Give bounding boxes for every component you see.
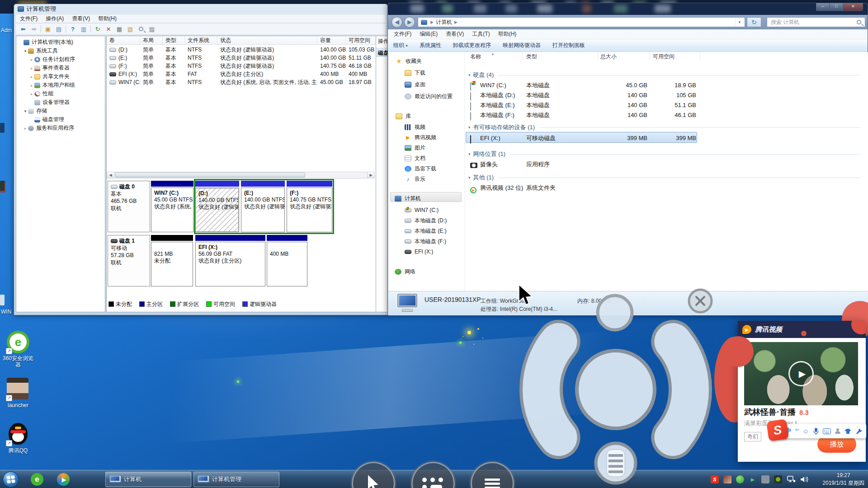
cm-titlebar[interactable]: 计算机管理 <box>14 4 387 14</box>
play-overlay-icon[interactable]: ▶ <box>788 361 814 386</box>
cmd-organize[interactable]: 组织 ▾ <box>393 42 408 49</box>
menu-file[interactable]: 文件(F) <box>390 30 415 38</box>
cm-menu-view[interactable]: 查看(V) <box>68 14 94 23</box>
file-row-local-f[interactable]: 本地磁盘 (F:)本地磁盘 140 GB46.1 GB <box>465 111 868 120</box>
microphone-icon[interactable] <box>813 427 819 435</box>
sidebar-downloads[interactable]: 下载 <box>405 68 425 77</box>
cmd-uninstall-program[interactable]: 卸载或更改程序 <box>453 42 491 49</box>
sidebar-favorites[interactable]: ★收藏夹 <box>396 56 422 66</box>
tencent-video-tray-icon[interactable]: ▶ <box>749 475 757 483</box>
sidebar-network[interactable]: 网络 <box>395 267 415 276</box>
skin-shirt-icon[interactable] <box>844 428 851 434</box>
col-volume[interactable]: 卷 <box>107 36 140 45</box>
partition-f[interactable]: (F:)140.75 GB NTFS状态良好 (逻辑驱动 <box>287 181 332 232</box>
cmd-system-properties[interactable]: 系统属性 <box>420 42 441 49</box>
open-icon[interactable]: ▧ <box>125 24 135 33</box>
col-filesystem[interactable]: 文件系统 <box>185 36 217 45</box>
volume-tray-icon[interactable] <box>800 476 808 483</box>
tree-item-local-users[interactable]: ▸ 本地用户和组 <box>16 81 105 89</box>
maximize-button[interactable]: □ <box>830 3 843 11</box>
views-icon[interactable]: ▨ <box>147 24 157 33</box>
sidebar-recent-places[interactable]: 最近访问的位置 <box>405 92 453 101</box>
breadcrumb-computer[interactable]: 计算机 <box>436 19 452 26</box>
tree-item-services-applications[interactable]: ▸ 服务和应用程序 <box>16 124 105 132</box>
usb-safely-remove-icon[interactable]: ✓ <box>761 475 769 483</box>
menu-view[interactable]: 查看(V) <box>442 30 468 38</box>
sogou-logo-icon[interactable]: S <box>766 419 789 441</box>
partition-e[interactable]: (E:)140.00 GB NTFS状态良好 (逻辑驱动 <box>241 181 285 232</box>
video-thumbnail[interactable]: ▶ <box>744 342 858 405</box>
menu-help[interactable]: 帮助(H) <box>494 30 521 38</box>
sidebar-local-disk-e[interactable]: 本地磁盘 (E:) <box>405 226 447 235</box>
search-input[interactable]: 搜索 计算机 <box>767 17 865 27</box>
photo-tray-icon[interactable] <box>723 475 731 483</box>
taskbar-360-browser[interactable]: e <box>30 472 44 487</box>
group-network-location[interactable]: ▾网络位置 (1) <box>468 150 861 158</box>
console-tree-icon[interactable]: ▤ <box>54 24 64 33</box>
file-row-tencent-video[interactable]: ▶ 腾讯视频 (32 位)系统文件夹 <box>465 183 868 192</box>
desktop-icon-launcher[interactable]: ↗ launcher <box>2 378 34 408</box>
cmd-open-control-panel[interactable]: 打开控制面板 <box>552 42 585 49</box>
taskbar-clock[interactable]: 19:27 2019/1/31 星期四 <box>822 472 864 487</box>
cm-menu-action[interactable]: 操作(A) <box>42 14 68 23</box>
file-row-camera[interactable]: 摄像头应用程序 <box>465 160 868 169</box>
forward-icon[interactable]: ➡ <box>29 24 39 33</box>
tree-item-task-scheduler[interactable]: ▸ 任务计划程序 <box>16 55 105 64</box>
file-row-efi-x-selected[interactable]: EFI (X:)可移动磁盘 399 MB399 MB <box>465 134 868 143</box>
volume-list-hscrollbar[interactable]: ◀ ▶ <box>107 172 375 178</box>
refresh-icon[interactable]: ↻ <box>93 24 103 33</box>
actions-disk-management[interactable]: 磁盘管理 <box>376 48 389 57</box>
scroll-right-icon[interactable]: ▶ <box>367 172 374 178</box>
sidebar-thunder-downloads[interactable]: 迅雷下载 <box>405 164 436 173</box>
keyboard-icon[interactable] <box>823 428 831 434</box>
taskbar-button-computer-management[interactable]: 计算机管理 <box>193 472 279 487</box>
partition-400mb[interactable]: 400 MB <box>267 235 307 286</box>
tree-item-storage[interactable]: ▾ 存储 <box>16 107 105 115</box>
tree-item-system-tools[interactable]: ▾ 系统工具 <box>16 47 105 55</box>
menu-tools[interactable]: 工具(T) <box>468 30 494 38</box>
sidebar-local-disk-d[interactable]: 本地磁盘 (D:) <box>405 216 447 225</box>
col-layout[interactable]: 布局 <box>140 36 163 45</box>
360-tray-icon[interactable] <box>736 475 744 483</box>
tree-item-disk-management[interactable]: 磁盘管理 <box>16 115 105 124</box>
delete-icon[interactable]: ✕ <box>104 24 113 33</box>
address-bar[interactable]: ▶ 计算机 ▶ ▾ <box>418 17 745 27</box>
punctuation-icon[interactable]: °′ <box>795 427 798 435</box>
tree-item-performance[interactable]: ▸ 性能 <box>16 89 105 98</box>
partition-c[interactable]: WIN7 (C:)45.00 GB NTFS状态良好 (系统, 启 <box>151 181 193 232</box>
file-row-local-e[interactable]: 本地磁盘 (E:)本地磁盘 140 GB51.1 GB <box>465 101 868 110</box>
panes-icon[interactable]: ▥ <box>79 24 89 33</box>
sogou-tray-icon[interactable]: S <box>711 475 719 483</box>
desktop-icon-360-browser[interactable]: e ↗ 360安全浏览器 <box>2 331 34 368</box>
refresh-button[interactable]: ↻ <box>747 17 761 27</box>
properties-icon[interactable]: ▦ <box>114 24 124 33</box>
col-capacity[interactable]: 容量 <box>317 36 346 45</box>
col-status[interactable]: 状态 <box>217 36 317 45</box>
forward-button[interactable]: ▶ <box>404 17 415 28</box>
popup-header[interactable]: ▶ 腾讯视频 ✕ <box>738 321 866 338</box>
sidebar-efi-x[interactable]: EFI (X:) <box>405 247 433 256</box>
sidebar-local-disk-f[interactable]: 本地磁盘 (F:) <box>405 237 446 246</box>
tree-item-event-viewer[interactable]: ▸ 事件查看器 <box>16 64 105 72</box>
sidebar-computer[interactable]: 计算机 <box>395 194 421 203</box>
minimize-button[interactable]: ─ <box>816 3 830 11</box>
group-removable-devices[interactable]: ▾有可移动存储的设备 (1) <box>468 123 861 131</box>
file-row-win7-c[interactable]: WIN7 (C:)本地磁盘 45.0 GB18.9 GB <box>465 81 868 90</box>
person-icon[interactable] <box>835 428 841 434</box>
col-name[interactable]: 名称 <box>470 52 481 61</box>
tree-item-shared-folders[interactable]: ▸ 共享文件夹 <box>16 72 105 81</box>
desktop-icon-qq[interactable]: ↗ 腾讯QQ <box>2 423 34 454</box>
folder-up-icon[interactable]: ▣ <box>43 24 53 33</box>
taskbar-tencent-video[interactable]: ▶ <box>56 472 71 487</box>
col-free-space[interactable]: 可用空间 <box>653 52 675 61</box>
sidebar-videos[interactable]: 视频 <box>405 122 425 131</box>
address-dropdown-icon[interactable]: ▾ <box>736 18 743 27</box>
scroll-left-icon[interactable]: ◀ <box>107 172 114 178</box>
sidebar-documents[interactable]: 文档 <box>405 154 425 163</box>
back-icon[interactable]: ⬅ <box>18 24 28 33</box>
sidebar-tencent-video[interactable]: ▶腾讯视频 <box>405 133 436 142</box>
partition-unallocated[interactable]: 821 MB未分配 <box>151 235 193 286</box>
partition-d-selected[interactable]: (D:)140.00 GB NTFS状态良好 (逻辑驱动 <box>195 181 239 232</box>
col-type[interactable]: 类型 <box>526 52 537 61</box>
sidebar-music[interactable]: ♪音乐 <box>405 174 425 183</box>
